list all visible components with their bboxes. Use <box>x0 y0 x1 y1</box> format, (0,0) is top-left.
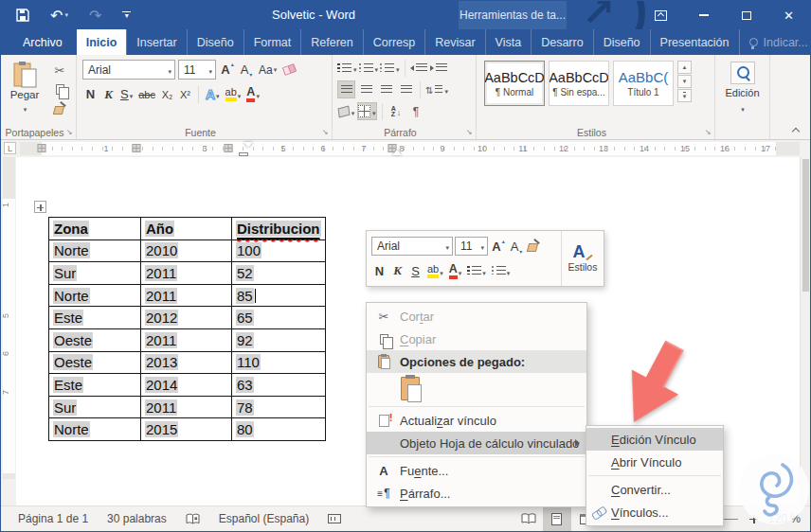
customize-quick-access-button[interactable] <box>122 11 131 20</box>
table-cell[interactable]: 63 <box>232 374 326 397</box>
show-paragraph-marks-button[interactable]: ¶ <box>407 102 425 120</box>
collapse-ribbon-button[interactable] <box>792 127 801 134</box>
mini-italic-button[interactable]: K <box>389 262 406 280</box>
numbering-button[interactable] <box>359 59 379 77</box>
tab-desarro-8[interactable]: Desarro <box>531 29 592 55</box>
table-cell[interactable]: Este <box>49 374 141 397</box>
superscript-button[interactable]: X² <box>177 85 193 103</box>
clipboard-dialog-launcher[interactable] <box>64 128 74 137</box>
table-cell[interactable]: 85 <box>232 284 326 307</box>
clear-formatting-button[interactable] <box>281 61 297 79</box>
context-menu-item-fuente[interactable]: Fuente... <box>367 459 586 482</box>
text-effects-button[interactable]: A <box>204 85 222 103</box>
submenu-item-vinculos[interactable]: Vínculos... <box>586 501 723 523</box>
table-cell[interactable]: 2013 <box>141 351 232 374</box>
table-column-marker[interactable] <box>225 144 233 152</box>
font-size-select[interactable]: 11 <box>178 60 216 80</box>
table-cell[interactable]: Este <box>49 307 141 329</box>
table-cell[interactable]: 92 <box>232 328 326 351</box>
font-color-button[interactable]: A <box>244 85 261 103</box>
justify-button[interactable] <box>397 80 415 98</box>
align-center-button[interactable] <box>357 80 375 98</box>
table-cell[interactable]: 52 <box>232 262 326 285</box>
tab-inicio-0[interactable]: Inicio <box>77 29 127 55</box>
table-cell[interactable]: 2014 <box>141 374 232 397</box>
submenu-item-edicion-vinculo[interactable]: Edición Vínculo <box>586 428 723 451</box>
paragraph-dialog-launcher[interactable] <box>464 128 474 137</box>
style-card-titulo-1[interactable]: AaBbC(Título 1 <box>613 61 674 106</box>
table-header-zona[interactable]: Zona <box>49 218 141 240</box>
table-cell[interactable]: 2010 <box>141 239 232 262</box>
table-cell[interactable]: 2011 <box>141 262 232 285</box>
tab-diseno-9[interactable]: Diseño <box>593 29 650 55</box>
table-column-marker[interactable] <box>133 144 141 152</box>
underline-button[interactable]: S <box>118 85 135 103</box>
submenu-item-abrir-vinculo[interactable]: Abrir Vínculo <box>586 451 723 473</box>
table-cell[interactable]: 2015 <box>141 418 232 441</box>
copy-button[interactable] <box>50 82 69 97</box>
minimize-button[interactable] <box>682 1 725 29</box>
tab-revisar-6[interactable]: Revisar <box>424 29 484 55</box>
font-family-select[interactable]: Arial <box>82 60 175 80</box>
hanging-indent-marker[interactable] <box>239 152 248 156</box>
line-spacing-button[interactable] <box>425 80 448 98</box>
print-layout-button[interactable] <box>543 506 571 531</box>
table-cell[interactable]: Norte <box>49 418 141 441</box>
paste-option-button[interactable] <box>401 377 420 400</box>
horizontal-ruler[interactable]: 13567891011121314151617 <box>20 142 800 155</box>
table-cell[interactable]: Norte <box>49 239 141 262</box>
strikethrough-button[interactable]: abc <box>136 85 157 103</box>
read-mode-button[interactable] <box>514 506 543 531</box>
mini-grow-font-button[interactable]: A <box>490 238 506 256</box>
table-header-ano[interactable]: Año <box>141 218 232 240</box>
mini-bold-button[interactable]: N <box>371 262 387 280</box>
table-cell[interactable]: 110 <box>232 351 326 374</box>
zoom-level[interactable]: 120 % <box>765 512 810 525</box>
tab-vista-7[interactable]: Vista <box>485 29 532 55</box>
table-cell[interactable]: Sur <box>49 262 141 285</box>
change-case-button[interactable]: Aa <box>257 61 279 79</box>
table-cell[interactable]: Oeste <box>49 351 141 374</box>
bold-button[interactable]: N <box>82 85 99 103</box>
editing-menu-button[interactable]: Edición <box>717 57 767 115</box>
context-menu-item-actualizar-vinculo[interactable]: Actualizar vínculo <box>367 409 586 432</box>
vertical-ruler[interactable]: 1567 <box>1 157 16 507</box>
style-card-sin-espa[interactable]: AaBbCcD¶ Sin espa... <box>549 61 609 106</box>
mini-styles-button[interactable]: A Estilos <box>561 231 604 286</box>
scrollbar-thumb[interactable] <box>802 159 809 292</box>
table-cell[interactable]: 80 <box>232 418 326 441</box>
context-menu-item-parrafo[interactable]: Párrafo... <box>367 482 586 505</box>
table-move-handle[interactable] <box>34 201 46 213</box>
shading-button[interactable] <box>337 102 355 120</box>
macro-shortcuts-button[interactable] <box>318 506 351 531</box>
page-indicator[interactable]: Página 1 de 1 <box>9 506 98 531</box>
cut-button[interactable] <box>50 63 69 78</box>
tab-referen-4[interactable]: Referen <box>300 29 362 55</box>
first-line-indent-marker[interactable] <box>243 142 253 148</box>
mini-format-painter-button[interactable] <box>526 238 542 256</box>
borders-button[interactable] <box>357 102 377 120</box>
context-menu-item-objeto-hoja-de-calculo-vinculado[interactable]: Objeto Hoja de cálculo vinculado <box>367 432 586 454</box>
tab-selector[interactable]: L <box>4 142 16 154</box>
proofing-status-button[interactable] <box>176 506 209 531</box>
tab-insertar-1[interactable]: Insertar <box>126 29 186 55</box>
close-button[interactable] <box>767 1 810 29</box>
mini-font-family-select[interactable]: Arial <box>371 237 453 256</box>
font-dialog-launcher[interactable] <box>320 128 330 137</box>
table-cell[interactable]: 100 <box>232 239 326 262</box>
mini-shrink-font-button[interactable]: A <box>508 238 524 256</box>
subscript-button[interactable]: X₂ <box>159 85 175 103</box>
language-indicator[interactable]: Español (España) <box>209 506 318 531</box>
table-cell[interactable]: 2011 <box>141 396 232 418</box>
align-left-button[interactable] <box>337 80 355 98</box>
mini-underline-button[interactable]: S <box>407 262 424 280</box>
right-indent-marker[interactable] <box>392 150 402 155</box>
decrease-indent-button[interactable] <box>410 59 428 77</box>
redo-button[interactable] <box>89 7 101 25</box>
table-column-marker[interactable] <box>38 144 46 152</box>
bullets-button[interactable] <box>337 59 357 77</box>
undo-button[interactable] <box>50 7 68 25</box>
mini-bullets-button[interactable] <box>465 262 488 280</box>
sort-button[interactable] <box>387 102 406 120</box>
table-cell[interactable]: 78 <box>232 396 326 418</box>
